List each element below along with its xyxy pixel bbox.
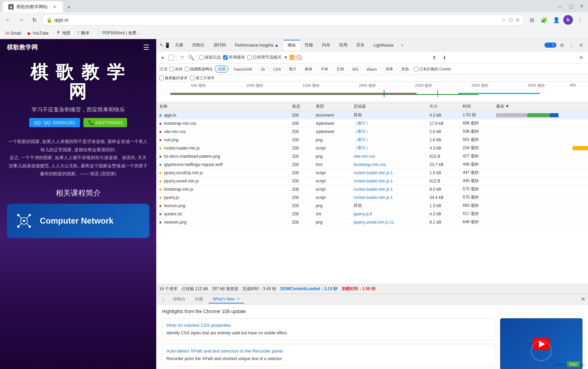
devtools-device-icon[interactable]: 📱 xyxy=(164,43,170,48)
tab-network[interactable]: 网络 xyxy=(284,40,300,50)
bookmark-youtube[interactable]: ▶ YouTube xyxy=(25,29,51,37)
col-header-size[interactable]: 大小 xyxy=(427,102,460,111)
tab-performance-insights[interactable]: Performance insights ▲ xyxy=(231,41,283,50)
col-header-name[interactable]: 名称 xyxy=(157,102,289,111)
initiator-link[interactable]: jquery.js:6 xyxy=(354,212,372,216)
bottom-panel-close[interactable]: ✕ xyxy=(581,296,585,302)
active-tab[interactable]: ♟ 棋歌的教学网站 ✕ xyxy=(3,1,63,12)
col-header-time[interactable]: 时间 xyxy=(460,102,493,111)
close-window-button[interactable]: ✕ xyxy=(578,3,585,10)
initiator-link[interactable]: （索引） xyxy=(354,129,370,134)
table-row[interactable]: ■ favicon.png 200 png 其他 1.3 kB 683 毫秒 xyxy=(157,202,588,210)
filter-js[interactable]: JS xyxy=(257,66,268,72)
bookmark-translate[interactable]: T 翻译 xyxy=(74,29,92,37)
record-button[interactable]: ● xyxy=(159,54,166,61)
initiator-link[interactable]: site.min.css xyxy=(354,154,375,159)
offline-checkbox[interactable]: 已停用节流模式 xyxy=(247,55,281,60)
reverse-checkbox[interactable]: 反转 xyxy=(170,67,183,72)
throttle-controls[interactable]: ▼ 📶 🚫 xyxy=(284,55,302,60)
address-bar[interactable]: 🔒 qige.io ☆ ⬡ ⊙ xyxy=(42,14,524,25)
table-row[interactable]: ■ qige.io 200 document 其他 4.3 kB 1.53 秒 xyxy=(157,111,588,119)
hamburger-menu[interactable]: ☰ xyxy=(143,43,149,51)
initiator-link[interactable]: （索引） xyxy=(354,137,370,142)
table-row[interactable]: ■ glyphicons-halflings-regular.woff 200 … xyxy=(157,160,588,169)
table-row[interactable]: ■ bs-docs-masthead-pattern.png 200 png s… xyxy=(157,152,588,160)
account-button[interactable]: 👤 xyxy=(551,14,562,25)
table-row[interactable]: ■ site.min.css 200 stylesheet （索引） 2.0 k… xyxy=(157,128,588,136)
table-row[interactable]: ■ bootstrap.min.css 200 stylesheet （索引） … xyxy=(157,119,588,128)
blocked-cookies-checkbox[interactable]: 已有拦截的 Cookie xyxy=(414,67,451,72)
new-tab-button[interactable]: + xyxy=(64,3,74,12)
profile-button[interactable]: h xyxy=(563,15,573,25)
initiator-link[interactable]: （索引） xyxy=(354,145,370,150)
extensions-button[interactable]: ⊞ xyxy=(526,14,537,25)
phone-button[interactable]: 📞 13527556383 xyxy=(83,118,127,127)
zoom-icon[interactable]: ⊙ xyxy=(516,17,520,23)
filter-fetch-xhr[interactable]: Fetch/XHR xyxy=(231,66,255,72)
initiator-link[interactable]: rocket-loader.min.js:1 xyxy=(354,179,393,183)
tab-security[interactable]: 安全 xyxy=(352,40,369,50)
filter-img[interactable]: 图片 xyxy=(286,66,300,73)
filter-font[interactable]: 字体 xyxy=(318,66,331,73)
bookmark-pdf[interactable]: 📄 PDF转Word | 免费... xyxy=(93,29,142,37)
table-row[interactable]: ■ jquery.js 200 script rocket-loader.min… xyxy=(157,193,588,202)
bottom-more-btn[interactable]: ⋮ xyxy=(159,295,168,303)
table-row[interactable]: ■ bootstrap.min.js 200 script rocket-loa… xyxy=(157,185,588,193)
search-button[interactable]: 🔍 xyxy=(188,54,195,61)
export-button[interactable]: ⬇ xyxy=(440,53,449,62)
initiator-link[interactable]: rocket-loader.min.js:1 xyxy=(354,170,393,175)
tab-sources[interactable]: 源代码 xyxy=(209,40,230,50)
qq-button[interactable]: QQ: QQ: 929051261 xyxy=(29,118,80,127)
reload-button[interactable]: ↻ xyxy=(29,14,40,25)
preserve-log-checkbox[interactable]: 保留日志 xyxy=(199,55,221,60)
third-party-checkbox[interactable]: 第三方请求 xyxy=(190,75,215,81)
blocked-requests-checkbox[interactable]: 被屏蔽的请求 xyxy=(159,75,187,81)
table-row[interactable]: ■ network.png 200 png jquery.unveil.min.… xyxy=(157,218,588,226)
maximize-button[interactable]: ▢ xyxy=(567,3,574,10)
devtools-more-tabs[interactable]: » xyxy=(399,41,406,50)
col-header-type[interactable]: 类型 xyxy=(313,102,351,111)
tab-application[interactable]: 应用 xyxy=(335,40,351,50)
table-row[interactable]: ■ null.png 200 png （索引） 1.6 kB 501 毫秒 xyxy=(157,136,588,144)
tab-performance[interactable]: 性能 xyxy=(301,40,317,50)
filter-manifest[interactable]: 清单 xyxy=(382,66,396,73)
initiator-link[interactable]: bootstrap.min.css xyxy=(354,162,386,167)
bottom-tab-whatsnew[interactable]: What's New ✕ xyxy=(209,295,244,303)
card-2-title[interactable]: Auto-detect XPath and text selectors in … xyxy=(166,348,492,354)
table-row[interactable]: ■ quotes.txt 200 xhr jquery.js:6 4.3 kB … xyxy=(157,210,588,218)
table-row[interactable]: ■ jquery.unveil.min.js 200 script rocket… xyxy=(157,177,588,185)
hide-data-urls-checkbox[interactable]: 隐藏数据网址 xyxy=(185,67,213,72)
import-button[interactable]: ⬆ xyxy=(430,53,438,62)
tab-memory[interactable]: 内存 xyxy=(318,40,334,50)
filter-wasm[interactable]: Wasm xyxy=(364,66,380,72)
devtools-settings-btn[interactable]: ⚙ xyxy=(558,41,566,49)
bottom-tab-issues[interactable]: 问题 xyxy=(191,295,207,303)
initiator-link[interactable]: jquery.unveil.min.js:11 xyxy=(354,220,394,225)
minimize-button[interactable]: — xyxy=(556,3,563,10)
filter-other[interactable]: 其他 xyxy=(398,66,412,73)
filter-doc[interactable]: 文档 xyxy=(333,66,347,73)
filter-css[interactable]: CSS xyxy=(270,66,284,72)
table-row[interactable]: ■ jquery.scrollUp.min.js 200 script rock… xyxy=(157,169,588,177)
more-options-button[interactable]: ⋮ xyxy=(574,14,585,25)
filter-media[interactable]: 媒体 xyxy=(302,66,315,73)
forward-button[interactable]: → xyxy=(16,14,27,25)
tab-lighthouse[interactable]: Lighthouse xyxy=(369,41,398,50)
whatsnew-close-btn[interactable]: ✕ xyxy=(237,297,240,301)
bookmark-gmail[interactable]: M Gmail xyxy=(3,29,24,37)
cast-icon[interactable]: ⬡ xyxy=(509,17,513,23)
filter-toggle-btn[interactable]: ▽ xyxy=(179,54,186,61)
tab-close-btn[interactable]: ✕ xyxy=(52,4,57,10)
col-header-waterfall[interactable]: 瀑布 ▼ xyxy=(493,102,588,111)
col-header-initiator[interactable]: 启动器 xyxy=(351,102,427,111)
bottom-tab-console[interactable]: 控制台 xyxy=(169,295,189,303)
disable-cache-checkbox[interactable]: 停用缓存 xyxy=(223,55,245,60)
youtube-thumbnail[interactable]: new xyxy=(500,318,583,369)
devtools-close-btn[interactable]: ✕ xyxy=(577,41,585,49)
filter-ws[interactable]: WS xyxy=(349,66,361,72)
tab-console[interactable]: 控制台 xyxy=(188,40,209,50)
stop-recording-button[interactable] xyxy=(168,55,174,61)
table-row[interactable]: ■ rocket-loader.min.js 200 script （索引） 4… xyxy=(157,144,588,152)
course-card[interactable]: Computer Network xyxy=(7,204,149,238)
col-header-status[interactable]: 状态 xyxy=(289,102,313,111)
